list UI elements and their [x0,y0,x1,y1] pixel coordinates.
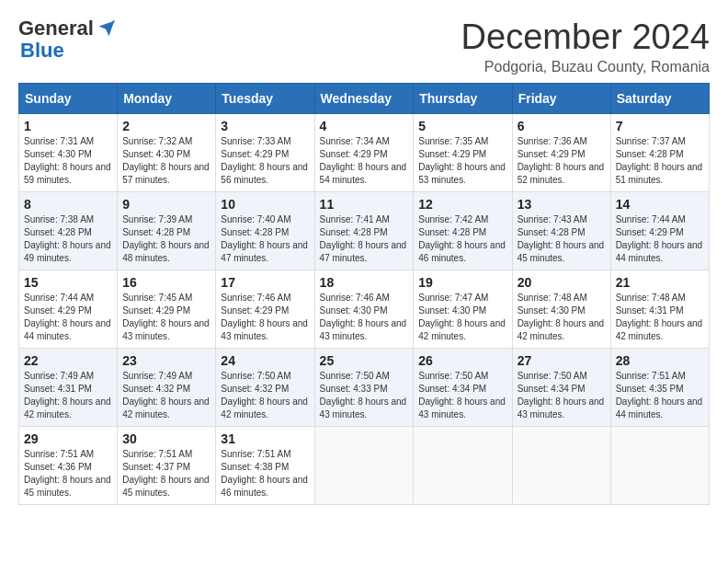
month-title: December 2024 [461,18,710,57]
day-number: 6 [518,119,606,133]
day-info: Sunrise: 7:50 AMSunset: 4:32 PMDaylight:… [221,370,309,421]
day-info: Sunrise: 7:39 AMSunset: 4:28 PMDaylight:… [122,213,210,265]
day-number: 19 [418,275,506,290]
day-info: Sunrise: 7:51 AMSunset: 4:36 PMDaylight:… [24,448,112,500]
calendar-cell: 11Sunrise: 7:41 AMSunset: 4:28 PMDayligh… [314,191,414,270]
calendar-cell: 31Sunrise: 7:51 AMSunset: 4:38 PMDayligh… [216,426,314,504]
calendar-cell: 3Sunrise: 7:33 AMSunset: 4:29 PMDaylight… [216,113,314,191]
title-area: December 2024 Podgoria, Buzau County, Ro… [461,18,710,75]
day-number: 20 [518,275,606,290]
day-number: 1 [24,119,112,133]
day-info: Sunrise: 7:43 AMSunset: 4:28 PMDaylight:… [518,213,606,265]
weekday-header-wednesday: Wednesday [314,83,414,113]
calendar-cell: 25Sunrise: 7:50 AMSunset: 4:33 PMDayligh… [314,348,414,426]
weekday-header-tuesday: Tuesday [216,83,314,113]
calendar-body: 1Sunrise: 7:31 AMSunset: 4:30 PMDaylight… [19,113,710,504]
calendar-cell: 20Sunrise: 7:48 AMSunset: 4:30 PMDayligh… [512,270,610,348]
day-info: Sunrise: 7:49 AMSunset: 4:32 PMDaylight:… [122,370,210,421]
day-info: Sunrise: 7:35 AMSunset: 4:29 PMDaylight:… [418,135,506,187]
day-info: Sunrise: 7:49 AMSunset: 4:31 PMDaylight:… [24,370,112,421]
calendar-cell: 29Sunrise: 7:51 AMSunset: 4:36 PMDayligh… [19,426,118,504]
day-info: Sunrise: 7:37 AMSunset: 4:28 PMDaylight:… [616,135,704,187]
day-info: Sunrise: 7:51 AMSunset: 4:37 PMDaylight:… [122,448,210,500]
calendar-cell: 10Sunrise: 7:40 AMSunset: 4:28 PMDayligh… [216,191,314,270]
day-number: 2 [122,119,210,133]
calendar-cell: 12Sunrise: 7:42 AMSunset: 4:28 PMDayligh… [414,191,512,270]
day-info: Sunrise: 7:50 AMSunset: 4:34 PMDaylight:… [418,370,506,421]
day-info: Sunrise: 7:33 AMSunset: 4:29 PMDaylight:… [221,135,309,187]
calendar-cell: 6Sunrise: 7:36 AMSunset: 4:29 PMDaylight… [512,113,610,191]
day-number: 24 [221,353,309,368]
weekday-header-thursday: Thursday [414,83,512,113]
calendar-week-4: 22Sunrise: 7:49 AMSunset: 4:31 PMDayligh… [19,348,710,426]
calendar-cell: 27Sunrise: 7:50 AMSunset: 4:34 PMDayligh… [512,348,610,426]
calendar-cell: 8Sunrise: 7:38 AMSunset: 4:28 PMDaylight… [19,191,118,270]
day-info: Sunrise: 7:44 AMSunset: 4:29 PMDaylight:… [616,213,704,265]
day-info: Sunrise: 7:48 AMSunset: 4:30 PMDaylight:… [518,292,606,343]
day-info: Sunrise: 7:32 AMSunset: 4:30 PMDaylight:… [122,135,210,187]
day-info: Sunrise: 7:41 AMSunset: 4:28 PMDaylight:… [320,213,409,265]
calendar-week-5: 29Sunrise: 7:51 AMSunset: 4:36 PMDayligh… [19,426,710,504]
day-number: 4 [320,119,409,133]
day-number: 15 [24,275,112,290]
calendar-week-2: 8Sunrise: 7:38 AMSunset: 4:28 PMDaylight… [19,191,710,270]
calendar-cell: 19Sunrise: 7:47 AMSunset: 4:30 PMDayligh… [414,270,512,348]
day-info: Sunrise: 7:50 AMSunset: 4:33 PMDaylight:… [320,370,409,421]
day-number: 13 [518,197,606,212]
day-info: Sunrise: 7:50 AMSunset: 4:34 PMDaylight:… [518,370,606,421]
day-number: 25 [320,353,409,368]
day-info: Sunrise: 7:48 AMSunset: 4:31 PMDaylight:… [616,292,704,343]
day-number: 11 [320,197,409,212]
calendar-cell: 22Sunrise: 7:49 AMSunset: 4:31 PMDayligh… [19,348,118,426]
calendar-cell: 1Sunrise: 7:31 AMSunset: 4:30 PMDaylight… [19,113,118,191]
calendar-cell: 9Sunrise: 7:39 AMSunset: 4:28 PMDaylight… [118,191,216,270]
calendar-table: SundayMondayTuesdayWednesdayThursdayFrid… [18,83,710,505]
day-number: 31 [221,431,309,446]
day-number: 22 [24,353,112,368]
calendar-cell: 4Sunrise: 7:34 AMSunset: 4:29 PMDaylight… [314,113,414,191]
day-number: 7 [616,119,704,133]
calendar-cell [414,426,512,504]
calendar-cell: 7Sunrise: 7:37 AMSunset: 4:28 PMDaylight… [610,113,709,191]
day-info: Sunrise: 7:40 AMSunset: 4:28 PMDaylight:… [221,213,309,265]
day-number: 28 [616,353,704,368]
calendar-cell: 23Sunrise: 7:49 AMSunset: 4:32 PMDayligh… [118,348,216,426]
calendar-cell: 18Sunrise: 7:46 AMSunset: 4:30 PMDayligh… [314,270,414,348]
day-info: Sunrise: 7:36 AMSunset: 4:29 PMDaylight:… [518,135,606,187]
day-number: 9 [122,197,210,212]
calendar-cell: 24Sunrise: 7:50 AMSunset: 4:32 PMDayligh… [216,348,314,426]
day-info: Sunrise: 7:31 AMSunset: 4:30 PMDaylight:… [24,135,112,187]
day-info: Sunrise: 7:46 AMSunset: 4:29 PMDaylight:… [221,292,309,343]
day-number: 23 [122,353,210,368]
day-number: 3 [221,119,309,133]
day-number: 18 [320,275,409,290]
calendar-cell: 26Sunrise: 7:50 AMSunset: 4:34 PMDayligh… [414,348,512,426]
calendar-cell: 5Sunrise: 7:35 AMSunset: 4:29 PMDaylight… [414,113,512,191]
calendar-cell [314,426,414,504]
calendar-header-row: SundayMondayTuesdayWednesdayThursdayFrid… [19,83,710,113]
calendar-cell: 21Sunrise: 7:48 AMSunset: 4:31 PMDayligh… [610,270,709,348]
day-info: Sunrise: 7:42 AMSunset: 4:28 PMDaylight:… [418,213,506,265]
weekday-header-monday: Monday [118,83,216,113]
logo-bird-icon [97,19,116,38]
day-number: 29 [24,431,112,446]
weekday-header-saturday: Saturday [610,83,709,113]
day-number: 21 [616,275,704,290]
location-title: Podgoria, Buzau County, Romania [461,59,710,75]
calendar-week-1: 1Sunrise: 7:31 AMSunset: 4:30 PMDaylight… [19,113,710,191]
day-info: Sunrise: 7:34 AMSunset: 4:29 PMDaylight:… [320,135,409,187]
logo-blue: Blue [20,39,64,62]
calendar-cell [610,426,709,504]
calendar-cell: 28Sunrise: 7:51 AMSunset: 4:35 PMDayligh… [610,348,709,426]
day-info: Sunrise: 7:44 AMSunset: 4:29 PMDaylight:… [24,292,112,343]
day-number: 30 [122,431,210,446]
calendar-cell [512,426,610,504]
day-number: 17 [221,275,309,290]
day-number: 26 [418,353,506,368]
logo: General Blue [18,18,116,63]
day-number: 16 [122,275,210,290]
calendar-cell: 14Sunrise: 7:44 AMSunset: 4:29 PMDayligh… [610,191,709,270]
day-info: Sunrise: 7:47 AMSunset: 4:30 PMDaylight:… [418,292,506,343]
calendar-cell: 2Sunrise: 7:32 AMSunset: 4:30 PMDaylight… [118,113,216,191]
day-number: 10 [221,197,309,212]
